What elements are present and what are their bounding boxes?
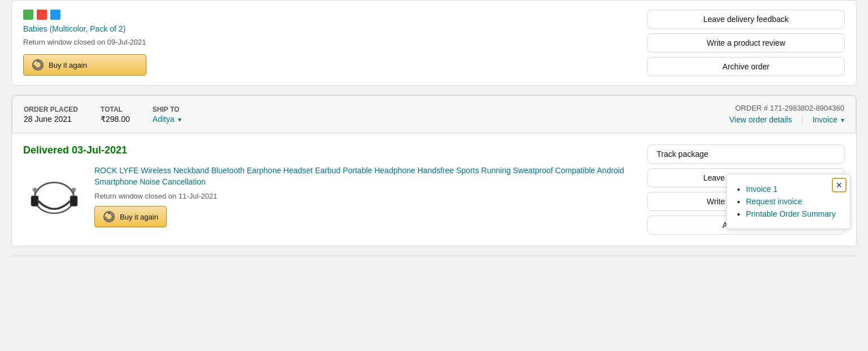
delivery-status: Delivered 03-Jul-2021 bbox=[23, 144, 636, 156]
order-number: ORDER # 171-2983802-8904360 bbox=[735, 104, 844, 112]
ship-to-link[interactable]: Aditya bbox=[153, 115, 181, 124]
page-wrapper: Babies (Multicolor, Pack of 2) Return wi… bbox=[0, 0, 868, 256]
color-swatch-blue bbox=[50, 10, 60, 20]
order-placed-label: ORDER PLACED bbox=[24, 106, 78, 113]
top-product-name[interactable]: Babies (Multicolor, Pack of 2) bbox=[23, 24, 146, 33]
svg-rect-4 bbox=[70, 196, 77, 206]
color-swatch-red bbox=[37, 10, 47, 20]
printable-order-summary-link[interactable]: Printable Order Summary bbox=[746, 209, 836, 218]
invoice-popup-item-3: Printable Order Summary bbox=[746, 209, 841, 218]
ship-to-chevron-icon bbox=[177, 115, 181, 124]
ship-to-group: SHIP TO Aditya bbox=[153, 106, 181, 124]
product-image-container bbox=[23, 165, 85, 227]
total-value: ₹298.00 bbox=[101, 115, 130, 124]
product-details: ROCK LYFE Wireless Neckband Bluetooth Ea… bbox=[94, 165, 636, 227]
track-package-button[interactable]: Track package bbox=[647, 144, 845, 164]
invoice-popup-item-1: Invoice 1 bbox=[746, 185, 841, 194]
top-order-card: Babies (Multicolor, Pack of 2) Return wi… bbox=[11, 0, 857, 86]
order-header-right: ORDER # 171-2983802-8904360 View order d… bbox=[729, 104, 844, 125]
invoice-chevron-icon bbox=[840, 115, 844, 124]
return-window: Return window closed on 11-Jul-2021 bbox=[94, 192, 636, 200]
invoice-popup-close-button[interactable]: ✕ bbox=[832, 178, 847, 192]
total-group: TOTAL ₹298.00 bbox=[101, 106, 130, 124]
ship-to-label: SHIP TO bbox=[153, 106, 181, 113]
buy-again-button[interactable]: Buy it again bbox=[94, 206, 167, 227]
svg-point-7 bbox=[33, 188, 37, 192]
refresh-icon-2 bbox=[103, 210, 115, 223]
order-placed-group: ORDER PLACED 28 June 2021 bbox=[24, 106, 78, 124]
invoice-popup-list: Invoice 1 Request invoice Printable Orde… bbox=[736, 185, 841, 218]
actions-column: Track package Leave delivery feedback Wr… bbox=[647, 144, 845, 235]
order-content: Delivered 03-Jul-2021 bbox=[12, 133, 856, 246]
order-header: ORDER PLACED 28 June 2021 TOTAL ₹298.00 … bbox=[12, 95, 856, 133]
total-label: TOTAL bbox=[101, 106, 130, 113]
product-row: ROCK LYFE Wireless Neckband Bluetooth Ea… bbox=[23, 165, 636, 227]
invoice-1-link[interactable]: Invoice 1 bbox=[746, 185, 778, 194]
svg-rect-3 bbox=[31, 196, 38, 206]
top-return-window: Return window closed on 09-Jul-2021 bbox=[23, 38, 146, 46]
view-order-details-link[interactable]: View order details bbox=[729, 115, 792, 124]
bottom-divider bbox=[11, 256, 857, 256]
leave-delivery-feedback-top-button[interactable]: Leave delivery feedback bbox=[647, 10, 845, 29]
product-name-link[interactable]: ROCK LYFE Wireless Neckband Bluetooth Ea… bbox=[94, 165, 636, 187]
top-buy-again-button[interactable]: Buy it again bbox=[23, 54, 146, 76]
invoice-popup: ✕ Invoice 1 Request invoice Printable Or… bbox=[726, 174, 850, 229]
order-placed-value: 28 June 2021 bbox=[24, 115, 78, 124]
order-card-2: ORDER PLACED 28 June 2021 TOTAL ₹298.00 … bbox=[11, 95, 857, 247]
archive-order-top-button[interactable]: Archive order bbox=[647, 57, 845, 76]
invoice-dropdown-trigger[interactable]: Invoice bbox=[813, 115, 844, 124]
request-invoice-link[interactable]: Request invoice bbox=[746, 197, 802, 206]
top-actions-column: Leave delivery feedback Write a product … bbox=[647, 10, 845, 76]
order-links: View order details | Invoice bbox=[729, 115, 844, 125]
ship-to-value: Aditya bbox=[153, 115, 175, 124]
top-product-section: Babies (Multicolor, Pack of 2) Return wi… bbox=[23, 10, 647, 76]
link-separator: | bbox=[801, 115, 803, 125]
svg-point-8 bbox=[72, 188, 76, 192]
color-swatch-green bbox=[23, 10, 33, 20]
invoice-popup-item-2: Request invoice bbox=[746, 197, 841, 206]
product-image bbox=[26, 168, 83, 225]
refresh-icon bbox=[32, 59, 44, 71]
track-package-label: Track package bbox=[657, 150, 708, 159]
product-section: Delivered 03-Jul-2021 bbox=[23, 144, 636, 227]
write-product-review-top-button[interactable]: Write a product review bbox=[647, 33, 845, 52]
